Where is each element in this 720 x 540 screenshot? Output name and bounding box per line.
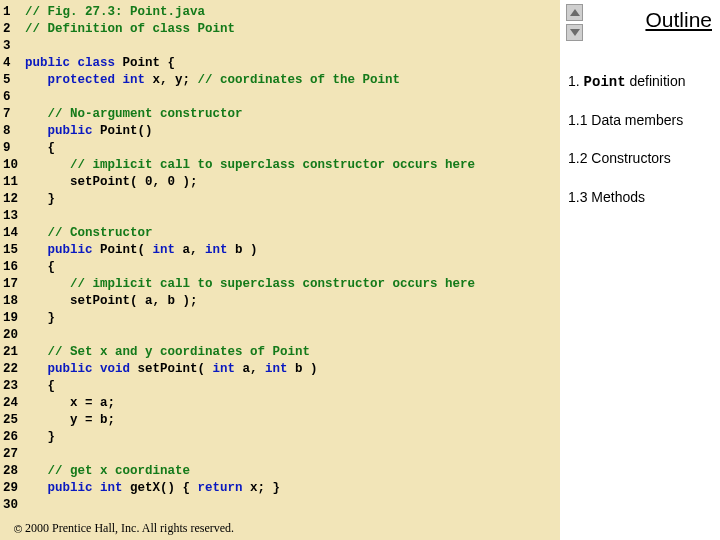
line-content: protected int x, y; // coordinates of th… <box>25 72 400 89</box>
line-content: } <box>25 191 55 208</box>
line-content: } <box>25 429 55 446</box>
line-number: 30 <box>0 497 25 514</box>
line-number: 11 <box>0 174 25 191</box>
line-number: 16 <box>0 259 25 276</box>
outline-item-number: 1.2 <box>568 150 591 166</box>
line-number: 19 <box>0 310 25 327</box>
nav-icons <box>566 4 583 41</box>
copyright-icon: © <box>14 523 22 535</box>
line-number: 20 <box>0 327 25 344</box>
line-number: 28 <box>0 463 25 480</box>
line-content: // Constructor <box>25 225 153 242</box>
code-line: 11 setPoint( 0, 0 ); <box>0 174 560 191</box>
line-number: 10 <box>0 157 25 174</box>
code-line: 25 y = b; <box>0 412 560 429</box>
outline-item: 1.1 Data members <box>568 111 714 129</box>
line-content: // Fig. 27.3: Point.java <box>25 4 205 21</box>
code-line: 21 // Set x and y coordinates of Point <box>0 344 560 361</box>
line-number: 9 <box>0 140 25 157</box>
code-line: 7 // No-argument constructor <box>0 106 560 123</box>
outline-list: 1. Point definition1.1 Data members1.2 C… <box>568 72 714 206</box>
code-line: 14 // Constructor <box>0 225 560 242</box>
line-number: 29 <box>0 480 25 497</box>
code-listing: 1// Fig. 27.3: Point.java2// Definition … <box>0 0 560 514</box>
chevron-down-icon <box>570 29 580 36</box>
code-line: 15 public Point( int a, int b ) <box>0 242 560 259</box>
line-content: // implicit call to superclass construct… <box>25 157 475 174</box>
code-line: 8 public Point() <box>0 123 560 140</box>
footer-text: 2000 Prentice Hall, Inc. All rights rese… <box>22 521 234 535</box>
line-number: 1 <box>0 4 25 21</box>
code-line: 13 <box>0 208 560 225</box>
code-line: 30 <box>0 497 560 514</box>
line-content: // Set x and y coordinates of Point <box>25 344 310 361</box>
code-line: 9 { <box>0 140 560 157</box>
outline-item-number: 1. <box>568 73 584 89</box>
line-content: public class Point { <box>25 55 175 72</box>
line-number: 13 <box>0 208 25 225</box>
line-content: public void setPoint( int a, int b ) <box>25 361 318 378</box>
code-line: 22 public void setPoint( int a, int b ) <box>0 361 560 378</box>
line-number: 18 <box>0 293 25 310</box>
line-content: y = b; <box>25 412 115 429</box>
outline-item-label: Constructors <box>591 150 670 166</box>
line-number: 12 <box>0 191 25 208</box>
side-panel: Outline 1. Point definition1.1 Data memb… <box>560 0 720 540</box>
line-content: { <box>25 259 55 276</box>
outline-item: 1. Point definition <box>568 72 714 91</box>
line-number: 27 <box>0 446 25 463</box>
code-line: 17 // implicit call to superclass constr… <box>0 276 560 293</box>
line-content: } <box>25 310 55 327</box>
code-line: 29 public int getX() { return x; } <box>0 480 560 497</box>
line-content: public Point( int a, int b ) <box>25 242 258 259</box>
outline-item: 1.3 Methods <box>568 188 714 206</box>
outline-item-number: 1.1 <box>568 112 591 128</box>
outline-item-label: Data members <box>591 112 683 128</box>
code-line: 27 <box>0 446 560 463</box>
code-line: 5 protected int x, y; // coordinates of … <box>0 72 560 89</box>
line-number: 22 <box>0 361 25 378</box>
outline-item-label: Methods <box>591 189 645 205</box>
code-line: 6 <box>0 89 560 106</box>
line-content: setPoint( a, b ); <box>25 293 198 310</box>
line-content: x = a; <box>25 395 115 412</box>
line-number: 15 <box>0 242 25 259</box>
line-content: public int getX() { return x; } <box>25 480 280 497</box>
code-panel: 1// Fig. 27.3: Point.java2// Definition … <box>0 0 560 540</box>
outline-item-mono: Point <box>584 74 626 90</box>
outline-item-number: 1.3 <box>568 189 591 205</box>
line-content: public Point() <box>25 123 153 140</box>
line-number: 5 <box>0 72 25 89</box>
code-line: 16 { <box>0 259 560 276</box>
line-number: 25 <box>0 412 25 429</box>
line-content: { <box>25 378 55 395</box>
code-line: 26 } <box>0 429 560 446</box>
code-line: 2// Definition of class Point <box>0 21 560 38</box>
line-number: 24 <box>0 395 25 412</box>
line-number: 23 <box>0 378 25 395</box>
code-line: 3 <box>0 38 560 55</box>
code-line: 20 <box>0 327 560 344</box>
code-line: 12 } <box>0 191 560 208</box>
line-content: // implicit call to superclass construct… <box>25 276 475 293</box>
nav-prev-button[interactable] <box>566 4 583 21</box>
code-line: 10 // implicit call to superclass constr… <box>0 157 560 174</box>
footer-copyright: © 2000 Prentice Hall, Inc. All rights re… <box>14 521 234 536</box>
nav-next-button[interactable] <box>566 24 583 41</box>
line-number: 17 <box>0 276 25 293</box>
code-line: 23 { <box>0 378 560 395</box>
line-number: 14 <box>0 225 25 242</box>
line-number: 21 <box>0 344 25 361</box>
line-number: 26 <box>0 429 25 446</box>
code-line: 18 setPoint( a, b ); <box>0 293 560 310</box>
slide: 1// Fig. 27.3: Point.java2// Definition … <box>0 0 720 540</box>
code-line: 28 // get x coordinate <box>0 463 560 480</box>
line-content: // get x coordinate <box>25 463 190 480</box>
line-number: 8 <box>0 123 25 140</box>
line-number: 3 <box>0 38 25 55</box>
line-content: { <box>25 140 55 157</box>
line-number: 2 <box>0 21 25 38</box>
line-content: setPoint( 0, 0 ); <box>25 174 198 191</box>
chevron-up-icon <box>570 9 580 16</box>
code-line: 4public class Point { <box>0 55 560 72</box>
